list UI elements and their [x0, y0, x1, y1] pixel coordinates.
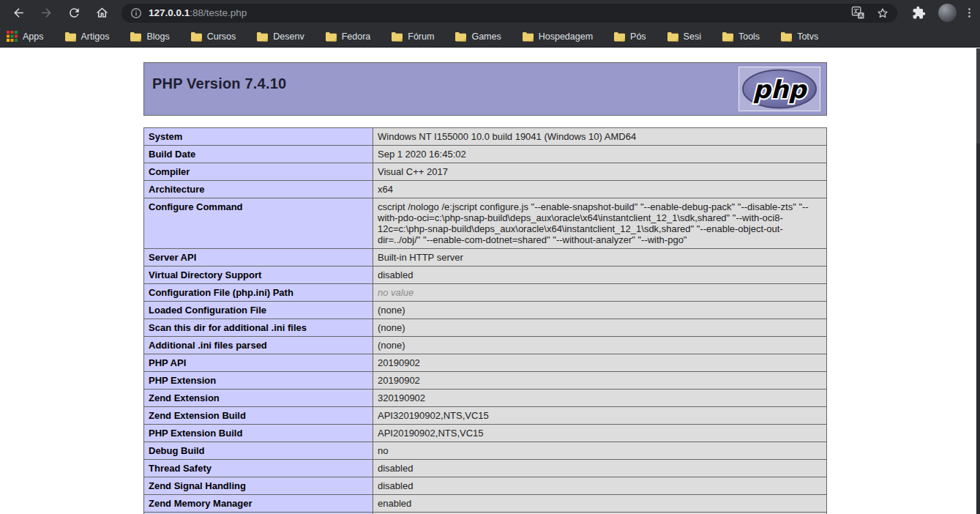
row-label: PHP API	[144, 354, 373, 372]
forward-button[interactable]	[36, 3, 56, 23]
bookmark-folder[interactable]: Cursos	[191, 31, 236, 42]
row-label: Architecture	[144, 181, 373, 198]
apps-shortcut[interactable]: Apps	[7, 31, 44, 42]
row-value: 20190902	[373, 354, 827, 372]
bookmark-label: Cursos	[207, 31, 236, 42]
row-label: Virtual Directory Support	[144, 267, 373, 284]
row-label: Additional .ini files parsed	[144, 337, 373, 354]
bookmark-label: Games	[471, 31, 501, 42]
table-row: Configuration File (php.ini) Path no val…	[144, 284, 827, 302]
url-path: :88/teste.php	[190, 7, 247, 18]
bookmark-folder[interactable]: Tools	[722, 31, 760, 42]
extensions-button[interactable]	[908, 3, 929, 23]
php-info-table: System Windows NT I155000 10.0 build 190…	[143, 127, 827, 514]
table-row: Zend Signal Handling disabled	[144, 477, 827, 495]
row-label: Zend Signal Handling	[144, 477, 373, 495]
bookmark-label: Fedora	[342, 31, 371, 42]
row-value: (none)	[373, 337, 827, 354]
php-logo[interactable]: php	[738, 67, 820, 111]
row-label: Debug Build	[144, 442, 373, 460]
bookmark-folder[interactable]: Fórum	[392, 31, 434, 42]
home-icon	[95, 6, 109, 20]
bookmarks-bar: Apps Artigos Blogs	[0, 26, 980, 48]
apps-label: Apps	[23, 31, 44, 42]
puzzle-icon	[912, 6, 926, 20]
table-row: Build Date Sep 1 2020 16:45:02	[144, 146, 827, 163]
page-info-icon[interactable]	[130, 7, 142, 19]
bookmark-folder[interactable]: Hospedagem	[523, 31, 593, 42]
address-bar[interactable]: 127.0.0.1:88/teste.php	[121, 4, 897, 23]
row-label: Zend Memory Manager	[144, 495, 373, 513]
back-icon	[12, 6, 26, 20]
table-row: Zend Extension Build API320190902,NTS,VC…	[144, 407, 827, 425]
row-value: disabled	[373, 477, 827, 495]
folder-icon	[614, 31, 625, 42]
php-logo-text: php	[753, 75, 809, 104]
row-label: Zend Extension	[144, 390, 373, 407]
table-row: Additional .ini files parsed (none)	[144, 337, 827, 354]
bookmark-label: Blogs	[146, 31, 169, 42]
table-row: PHP Extension Build API20190902,NTS,VC15	[144, 425, 827, 442]
folder-icon	[65, 31, 76, 42]
reload-icon	[67, 6, 81, 20]
row-value: 320190902	[373, 390, 827, 407]
row-label: System	[144, 128, 373, 146]
bookmark-label: Sesi	[684, 31, 701, 42]
bookmark-folder[interactable]: Pós	[614, 31, 646, 42]
bookmark-folder[interactable]: Sesi	[667, 31, 701, 42]
scrollbar-thumb[interactable]	[976, 48, 980, 144]
row-value: disabled	[373, 267, 827, 284]
row-value: Sep 1 2020 16:45:02	[373, 146, 827, 163]
folder-icon	[667, 31, 678, 42]
row-label: Configuration File (php.ini) Path	[144, 284, 373, 302]
apps-grid-icon	[7, 31, 18, 42]
bookmark-star-icon[interactable]	[875, 6, 890, 21]
row-label: Scan this dir for additional .ini files	[144, 319, 373, 337]
table-row: Server API Built-in HTTP server	[144, 249, 827, 267]
row-value: Windows NT I155000 10.0 build 19041 (Win…	[373, 128, 827, 146]
bookmark-folder[interactable]: Fedora	[326, 31, 371, 42]
bookmark-folder[interactable]: Blogs	[130, 31, 169, 42]
table-row: Configure Command cscript /nologo /e:jsc…	[144, 198, 827, 249]
row-label: Loaded Configuration File	[144, 302, 373, 319]
row-value: API20190902,NTS,VC15	[373, 425, 827, 442]
row-value: disabled	[373, 460, 827, 477]
bookmark-label: Hospedagem	[539, 31, 593, 42]
table-row: Scan this dir for additional .ini files …	[144, 319, 827, 337]
profile-avatar[interactable]	[938, 4, 957, 22]
bookmark-folder[interactable]: Games	[455, 31, 501, 42]
bookmark-folder[interactable]: Artigos	[65, 31, 110, 42]
page-title: PHP Version 7.4.10	[144, 63, 826, 92]
bookmark-folder[interactable]: Totvs	[781, 31, 818, 42]
bookmark-label: Desenv	[273, 31, 304, 42]
reload-button[interactable]	[64, 3, 84, 23]
row-label: Build Date	[144, 146, 373, 163]
row-label: PHP Extension	[144, 372, 373, 390]
row-label: Thread Safety	[144, 460, 373, 477]
back-button[interactable]	[8, 3, 29, 23]
folder-icon	[781, 31, 792, 42]
table-row: Compiler Visual C++ 2017	[144, 163, 827, 181]
row-label: PHP Extension Build	[144, 425, 373, 442]
translate-icon[interactable]	[850, 6, 865, 21]
page-scrollbar[interactable]	[976, 48, 980, 514]
home-button[interactable]	[91, 3, 112, 23]
table-row: Debug Build no	[144, 442, 827, 460]
row-value: (none)	[373, 302, 827, 319]
row-value: enabled	[373, 495, 827, 513]
bookmark-folder[interactable]: Desenv	[257, 31, 304, 42]
table-row: Thread Safety disabled	[144, 460, 827, 477]
browser-toolbar: 127.0.0.1:88/teste.php	[0, 0, 980, 26]
folder-icon	[191, 31, 202, 42]
row-value: 20190902	[373, 372, 827, 390]
row-label: Configure Command	[144, 198, 373, 249]
table-row: Zend Memory Manager enabled	[144, 495, 827, 513]
row-value: Visual C++ 2017	[373, 163, 827, 181]
row-value: cscript /nologo /e:jscript configure.js …	[373, 198, 827, 249]
row-value: API320190902,NTS,VC15	[373, 407, 827, 425]
browser-menu-button[interactable]	[962, 5, 976, 21]
url-text[interactable]: 127.0.0.1:88/teste.php	[149, 7, 840, 18]
row-value: no value	[373, 284, 827, 302]
table-row: Virtual Directory Support disabled	[144, 267, 827, 284]
bookmark-label: Artigos	[81, 31, 110, 42]
